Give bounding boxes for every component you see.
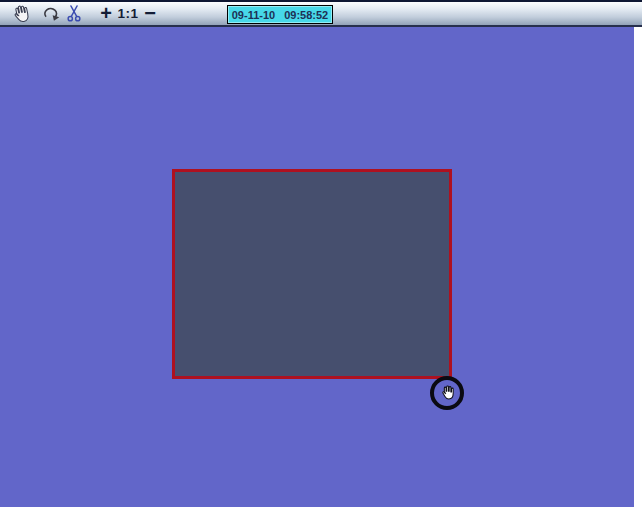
- datetime-display: 09-11-10 09:58:52: [227, 5, 333, 24]
- zoom-out-button[interactable]: −: [139, 2, 161, 25]
- hand-icon: [8, 1, 32, 26]
- video-canvas[interactable]: [0, 27, 634, 507]
- cursor-highlight-circle: [430, 376, 464, 410]
- toolbar: + 1:1 − 09-11-10 09:58:52: [0, 0, 642, 27]
- redo-arrow-icon: [42, 5, 61, 22]
- cut-tool-button[interactable]: [64, 2, 84, 25]
- scissors-icon: [66, 4, 82, 23]
- redo-tool-button[interactable]: [40, 2, 62, 25]
- zoom-in-button[interactable]: +: [95, 2, 117, 25]
- zoom-actual-size-button[interactable]: 1:1: [115, 2, 141, 25]
- time-value: 09:58:52: [284, 9, 328, 21]
- hand-cursor-icon: [439, 383, 455, 401]
- selection-region[interactable]: [172, 169, 452, 379]
- application-window: + 1:1 − 09-11-10 09:58:52: [0, 0, 642, 515]
- date-value: 09-11-10: [232, 9, 275, 21]
- pan-tool-button[interactable]: [7, 2, 33, 25]
